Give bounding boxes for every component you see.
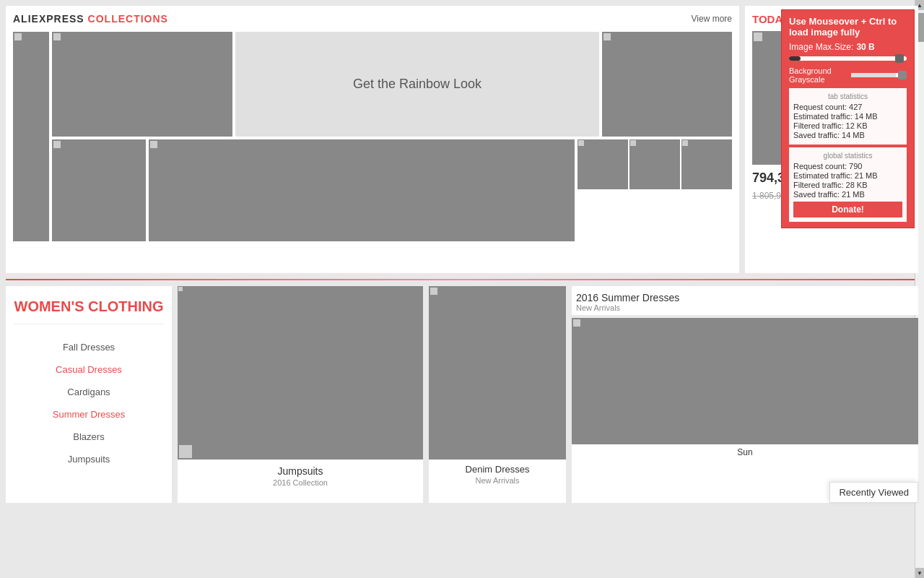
tooltip-title: Use Mouseover + Ctrl to load image fully xyxy=(789,16,907,38)
grayscale-fill xyxy=(851,73,896,77)
sun-label: Sun xyxy=(572,444,918,460)
product-featured: Jumpsuits 2016 Collection xyxy=(178,286,423,503)
bottom-img-1 xyxy=(52,139,146,241)
bg-grayscale-row: Background Grayscale xyxy=(789,66,907,84)
small-img-3 xyxy=(681,139,732,189)
collections-header: ALIEXPRESS COLLECTIONS View more xyxy=(13,13,732,25)
grayscale-slider[interactable] xyxy=(851,73,907,77)
top-left-image xyxy=(52,32,232,137)
g-estimated-traffic: Estimated traffic: 21 MB xyxy=(793,171,902,180)
product-area-top-icon xyxy=(178,286,250,301)
slider-fill xyxy=(789,56,801,61)
small-imgs-group xyxy=(578,139,732,241)
product-sublabel-jumpsuits: 2016 Collection xyxy=(178,478,423,487)
slider-thumb[interactable] xyxy=(895,54,904,63)
aliexpress-label: ALIEXPRESS xyxy=(13,13,84,25)
estimated-traffic: Estimated traffic: 14 MB xyxy=(793,112,902,121)
image-size-label: Image Max.Size: xyxy=(789,42,853,52)
img-corner-small xyxy=(179,445,192,458)
summer-dresses-sublabel: New Arrivals xyxy=(576,303,679,312)
img-icon xyxy=(53,33,61,40)
g-filtered-traffic: Filtered traffic: 28 KB xyxy=(793,181,902,189)
grayscale-thumb[interactable] xyxy=(898,71,907,79)
img-icon xyxy=(682,140,688,146)
summer-dresses-header: 2016 Summer Dresses New Arrivals xyxy=(572,286,918,315)
scroll-down-arrow[interactable]: ▼ xyxy=(915,568,925,578)
rainbow-text: Get the Rainbow Look xyxy=(353,76,481,92)
left-image xyxy=(13,32,49,241)
tab-stats-title: tab statistics xyxy=(793,92,902,100)
product-label-denim: Denim Dresses xyxy=(429,460,566,476)
view-more-link[interactable]: View more xyxy=(692,14,732,24)
img-icon xyxy=(178,287,183,291)
size-slider[interactable] xyxy=(789,56,907,61)
bottom-img-2 xyxy=(149,139,575,241)
img-icon xyxy=(754,33,762,41)
summer-dresses-image-wrapper: Sun xyxy=(572,318,918,503)
img-icon xyxy=(150,141,157,148)
rainbow-cell[interactable]: Get the Rainbow Look xyxy=(235,32,599,137)
main-grid: Get the Rainbow Look xyxy=(52,32,732,241)
collections-title: ALIEXPRESS COLLECTIONS xyxy=(13,13,168,25)
summer-dresses-image[interactable] xyxy=(572,318,918,444)
summer-dresses-info: 2016 Summer Dresses New Arrivals xyxy=(576,292,679,312)
products-area: Jumpsuits 2016 Collection Denim Dresses … xyxy=(178,286,918,503)
nav-jumpsuits[interactable]: Jumpsuits xyxy=(13,448,165,470)
top-row: Get the Rainbow Look xyxy=(52,32,732,137)
g-saved-traffic: Saved traffic: 21 MB xyxy=(793,190,902,199)
small-imgs-row xyxy=(578,139,732,189)
nav-fall-dresses[interactable]: Fall Dresses xyxy=(13,336,165,358)
global-stats-section: global statistics Request count: 790 Est… xyxy=(789,147,907,222)
img-icon xyxy=(603,33,611,40)
slider-track xyxy=(789,56,907,61)
product-label-jumpsuits: Jumpsuits xyxy=(178,460,423,478)
image-size-value: 30 B xyxy=(856,42,874,52)
recently-viewed-button[interactable]: Recently Viewed xyxy=(829,482,918,503)
img-icon xyxy=(573,319,580,327)
img-icon xyxy=(630,140,636,146)
nav-casual-dresses[interactable]: Casual Dresses xyxy=(13,358,165,381)
g-request-count: Request count: 790 xyxy=(793,162,902,171)
womens-nav: Fall Dresses Casual Dresses Cardigans Su… xyxy=(13,336,165,470)
collections-panel: ALIEXPRESS COLLECTIONS View more Get the… xyxy=(6,6,739,273)
small-img-1 xyxy=(578,139,628,189)
tab-stats-section: tab statistics Request count: 427 Estima… xyxy=(789,88,907,144)
nav-summer-dresses[interactable]: Summer Dresses xyxy=(13,403,165,426)
featured-image[interactable] xyxy=(178,286,423,460)
summer-dresses-label: 2016 Summer Dresses xyxy=(576,292,679,303)
bottom-row xyxy=(52,139,732,241)
womens-title: WOMEN'S CLOTHING xyxy=(13,298,165,324)
img-icon xyxy=(578,140,584,146)
collections-grid: Get the Rainbow Look xyxy=(13,32,732,241)
small-product-icon xyxy=(178,286,191,299)
right-products-column: 2016 Summer Dresses New Arrivals Sun xyxy=(572,286,918,503)
product-denim: Denim Dresses New Arrivals xyxy=(429,286,566,503)
image-size-row: Image Max.Size: 30 B xyxy=(789,42,907,52)
deals-panel: TODAY'S DEALS 3924 794,34 руб. 1 805,98 … xyxy=(745,6,918,273)
collections-label: COLLECTIONS xyxy=(88,13,168,25)
top-right-image xyxy=(602,32,732,137)
nav-blazers[interactable]: Blazers xyxy=(13,426,165,448)
womens-panel: WOMEN'S CLOTHING Fall Dresses Casual Dre… xyxy=(6,286,172,503)
product-sublabel-denim: New Arrivals xyxy=(429,476,566,485)
saved-traffic: Saved traffic: 14 MB xyxy=(793,131,902,139)
nav-cardigans[interactable]: Cardigans xyxy=(13,381,165,403)
img-icon xyxy=(53,141,61,148)
tooltip-overlay: Use Mouseover + Ctrl to load image fully… xyxy=(781,9,915,228)
top-section: ALIEXPRESS COLLECTIONS View more Get the… xyxy=(0,0,924,279)
donate-button[interactable]: Donate! xyxy=(793,202,902,217)
filtered-traffic: Filtered traffic: 12 KB xyxy=(793,121,902,130)
request-count: Request count: 427 xyxy=(793,103,902,111)
global-stats-title: global statistics xyxy=(793,152,902,160)
bottom-section: WOMEN'S CLOTHING Fall Dresses Casual Dre… xyxy=(0,280,924,509)
small-img-2 xyxy=(629,139,680,189)
denim-image[interactable] xyxy=(429,286,566,460)
img-icon xyxy=(430,288,437,295)
img-icon xyxy=(14,33,22,40)
bg-grayscale-label: Background Grayscale xyxy=(789,66,851,84)
